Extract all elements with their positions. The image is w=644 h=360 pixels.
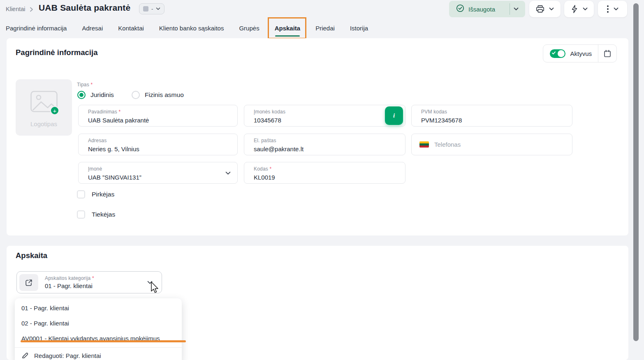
logo-label: Logotipas — [16, 120, 72, 127]
vertical-scrollbar[interactable] — [633, 3, 639, 341]
actions-dropdown-button[interactable] — [564, 1, 594, 17]
page-title: UAB Saulėta pakrantė — [39, 3, 130, 13]
el-pastas-label: El. paštas — [254, 138, 398, 143]
version-value: - — [151, 6, 153, 12]
dropdown-option-02[interactable]: 02 - Pagr. klientai — [15, 316, 182, 331]
telefonas-field[interactable]: Telefonas — [411, 134, 572, 155]
pvm-kodas-field[interactable]: PVM kodas PVM12345678 — [411, 105, 572, 127]
print-dropdown-button[interactable] — [529, 1, 561, 17]
radio-fizinis-label: Fizinis asmuo — [145, 91, 184, 99]
more-options-dropdown-button[interactable] — [598, 1, 627, 17]
chevron-down-icon — [225, 171, 231, 175]
tab-pagrindine-informacija[interactable]: Pagrindinė informacija — [6, 25, 67, 32]
open-record-button[interactable] — [19, 274, 38, 291]
version-selector[interactable]: - — [139, 3, 164, 14]
apskaita-card-title: Apskaita — [16, 251, 47, 260]
adresas-field[interactable]: Adresas Neries g. 5, Vilnius — [78, 134, 238, 155]
chevron-down-icon[interactable] — [147, 281, 153, 284]
tab-kontaktai[interactable]: Kontaktai — [118, 25, 144, 32]
dropdown-edit-label: Redaguoti: Pagr. klientai — [34, 352, 101, 359]
radio-juridinis-label: Juridinis — [90, 91, 114, 99]
active-toggle-wrap: Aktyvus — [543, 49, 598, 58]
pavadinimas-label: Pavadinimas — [88, 109, 230, 115]
radio-unselected-icon — [132, 91, 140, 99]
apskaitos-kategorija-select[interactable]: Apskaitos kategorija 01 - Pagr. klientai — [16, 271, 162, 293]
pencil-icon — [22, 352, 28, 359]
active-toggle[interactable] — [550, 49, 565, 58]
chevron-down-icon — [614, 7, 619, 11]
color-swatch-icon — [143, 6, 148, 12]
lightning-icon — [571, 5, 578, 13]
annotation-highlight-box — [268, 17, 307, 39]
chevron-down-icon — [156, 7, 160, 10]
radio-selected-icon — [77, 91, 86, 99]
tab-adresai[interactable]: Adresai — [82, 25, 103, 32]
checkbox-unchecked-icon — [77, 210, 85, 219]
imones-kodas-value: 10345678 — [254, 117, 398, 124]
kebab-menu-icon — [607, 5, 609, 13]
imones-kodas-label: Įmonės kodas — [254, 109, 398, 115]
radio-juridinis[interactable]: Juridinis — [77, 91, 114, 99]
button-divider — [510, 3, 510, 15]
pvm-kodas-value: PVM12345678 — [421, 117, 565, 124]
calendar-button[interactable] — [598, 45, 616, 62]
toggle-knob — [558, 50, 565, 57]
tab-istorija[interactable]: Istorija — [350, 25, 368, 32]
main-info-card: Pagrindinė informacija Aktyvus — [7, 38, 628, 235]
tab-bar: Pagrindinė informacija Adresai Kontaktai… — [6, 21, 368, 35]
chevron-down-icon — [549, 7, 554, 11]
check-circle-icon — [456, 4, 464, 14]
checkbox-tiekejas[interactable]: Tiekėjas — [77, 210, 115, 219]
imone-value: UAB ”SINGVAI131” — [88, 174, 230, 181]
active-toggle-group: Aktyvus — [543, 44, 617, 62]
checkbox-pirkejas[interactable]: Pirkėjas — [77, 190, 114, 198]
external-link-icon — [25, 279, 32, 286]
apskaitos-kategorija-value: 01 - Pagr. klientai — [45, 282, 93, 289]
imone-label: Įmonė — [88, 166, 230, 172]
check-icon — [552, 51, 556, 55]
tiekejas-label: Tiekėjas — [92, 211, 115, 218]
tab-kliento-banko-saskaitos[interactable]: Kliento banko sąskaitos — [159, 25, 224, 32]
company-info-button[interactable]: i — [385, 106, 403, 125]
chevron-down-icon — [583, 7, 588, 11]
pavadinimas-field[interactable]: Pavadinimas UAB Saulėta pakrantė — [78, 105, 238, 127]
annotation-underline — [21, 340, 186, 342]
el-pastas-value: saule@pakrante.lt — [254, 145, 398, 152]
breadcrumb-chevron-icon — [30, 6, 33, 14]
apskaitos-kategorija-label: Apskaitos kategorija — [45, 275, 94, 281]
tab-apskaita[interactable]: Apskaita — [275, 25, 301, 32]
client-detail-page: Klientai UAB Saulėta pakrantė - Išsaugot… — [0, 0, 644, 360]
el-pastas-field[interactable]: El. paštas saule@pakrante.lt — [244, 134, 405, 155]
tab-grupes[interactable]: Grupės — [239, 25, 259, 32]
pirkejas-label: Pirkėjas — [92, 191, 114, 198]
radio-fizinis-asmuo[interactable]: Fizinis asmuo — [132, 91, 184, 99]
kodas-field[interactable]: Kodas KL0019 — [244, 162, 405, 184]
pavadinimas-value: UAB Saulėta pakrantė — [88, 117, 230, 124]
logo-upload[interactable]: + Logotipas — [16, 79, 72, 136]
active-toggle-label: Aktyvus — [570, 50, 592, 57]
calendar-icon — [604, 50, 611, 58]
checkbox-unchecked-icon — [77, 190, 85, 198]
saved-status-label: Išsaugota — [468, 6, 495, 13]
imones-kodas-field[interactable]: Įmonės kodas 10345678 — [244, 105, 405, 127]
kodas-value: KL0019 — [254, 174, 398, 181]
pvm-kodas-label: PVM kodas — [421, 109, 565, 115]
saved-dropdown-chevron-icon[interactable] — [514, 7, 519, 11]
type-label: Tipas — [77, 82, 93, 88]
category-dropdown-menu: 01 - Pagr. klientai 02 - Pagr. klientai … — [15, 298, 182, 360]
card-title: Pagrindinė informacija — [16, 48, 97, 57]
lithuania-flag-icon — [419, 141, 429, 148]
kodas-label: Kodas — [254, 166, 398, 172]
dropdown-option-01[interactable]: 01 - Pagr. klientai — [15, 300, 182, 316]
dropdown-option-av0001[interactable]: AV0001 - Klientai vykdantys avansinius m… — [15, 331, 182, 346]
adresas-label: Adresas — [88, 138, 230, 143]
dropdown-edit-option[interactable]: Redaguoti: Pagr. klientai — [15, 348, 182, 360]
add-logo-badge-icon[interactable]: + — [50, 106, 59, 115]
adresas-value: Neries g. 5, Vilnius — [88, 145, 230, 152]
breadcrumb-klientai[interactable]: Klientai — [6, 6, 25, 12]
printer-icon — [536, 5, 544, 13]
telefonas-placeholder: Telefonas — [434, 141, 461, 148]
imone-select[interactable]: Įmonė UAB ”SINGVAI131” — [78, 162, 238, 184]
tab-priedai[interactable]: Priedai — [315, 25, 335, 32]
saved-status-button[interactable]: Išsaugota — [449, 1, 525, 17]
